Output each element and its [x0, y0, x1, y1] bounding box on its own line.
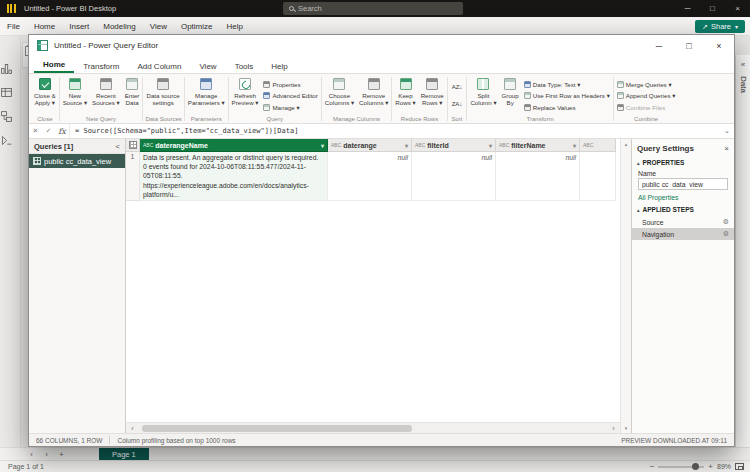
pq-close-button[interactable]: ×	[704, 35, 734, 56]
close-button[interactable]: ×	[725, 0, 750, 17]
expand-pane-icon[interactable]: «	[741, 60, 745, 69]
menu-optimize[interactable]: Optimize	[174, 17, 220, 35]
filter-icon[interactable]: ▾	[573, 142, 576, 149]
zoom-level[interactable]: 89%	[717, 463, 731, 470]
scrollbar-thumb[interactable]	[142, 425, 412, 432]
select-all-corner[interactable]	[126, 139, 140, 152]
search-input[interactable]	[298, 4, 457, 13]
replace-values-button[interactable]: Replace Values	[524, 104, 610, 111]
tab-help[interactable]: Help	[262, 59, 296, 73]
page-tab-active[interactable]: Page 1	[99, 448, 149, 460]
applied-steps-section-header[interactable]: ▴ APPLIED STEPS	[632, 203, 734, 215]
formula-input[interactable]: = Source([Schema="public",Item="cc_data_…	[69, 124, 720, 138]
collapse-queries-panel-icon[interactable]: <	[116, 142, 120, 151]
scroll-right-icon[interactable]: ›	[607, 425, 620, 432]
horizontal-scrollbar[interactable]: ‹ ›	[126, 422, 620, 433]
global-search-box[interactable]	[283, 2, 463, 15]
menu-home[interactable]: Home	[27, 17, 62, 35]
close-icon[interactable]: ×	[724, 144, 729, 153]
properties-button[interactable]: Properties	[263, 81, 317, 88]
tab-home[interactable]: Home	[34, 57, 74, 73]
group-by-button[interactable]: Group By	[500, 75, 521, 116]
step-source[interactable]: Source ⚙	[632, 216, 734, 228]
data-source-settings-button[interactable]: Data source settings	[144, 75, 181, 116]
query-list-item-selected[interactable]: public cc_data_view	[29, 154, 125, 168]
sort-descending-button[interactable]: ZA↓	[449, 100, 466, 108]
append-queries-button[interactable]: Append Queries ▾	[617, 92, 676, 99]
column-header-daterange[interactable]: ABC daterange ▾	[328, 139, 412, 152]
add-page-button[interactable]: +	[54, 448, 69, 460]
scroll-down-icon[interactable]: ▾	[625, 425, 628, 431]
cell-filterName[interactable]: null	[496, 152, 580, 201]
minimize-button[interactable]: ─	[675, 0, 700, 17]
merge-queries-button[interactable]: Merge Queries ▾	[617, 81, 676, 88]
share-button[interactable]: ↗ Share ▾	[695, 20, 745, 33]
report-view-icon[interactable]	[0, 62, 20, 75]
keep-rows-button[interactable]: Keep Rows ▾	[393, 75, 417, 116]
remove-columns-button[interactable]: Remove Columns ▾	[357, 75, 390, 116]
table-view-icon[interactable]	[0, 86, 20, 99]
column-profiling-status[interactable]: Column profiling based on top 1000 rows	[117, 437, 235, 444]
commit-formula-icon[interactable]: ✓	[42, 127, 55, 135]
scrollbar-track[interactable]	[140, 425, 606, 432]
use-first-row-as-headers-button[interactable]: Use First Row as Headers ▾	[524, 92, 610, 99]
new-source-button[interactable]: New Source ▾	[61, 75, 89, 116]
manage-button[interactable]: Manage ▾	[263, 104, 317, 111]
query-name-input[interactable]	[638, 178, 728, 190]
zoom-out-button[interactable]: −	[650, 462, 655, 471]
column-header-daterangeName[interactable]: ABC daterangeName ▾	[140, 139, 328, 152]
tab-add-column[interactable]: Add Column	[128, 59, 190, 73]
menu-file[interactable]: File	[0, 17, 27, 35]
menu-modeling[interactable]: Modeling	[96, 17, 142, 35]
all-properties-link[interactable]: All Properties	[632, 190, 734, 203]
menu-help[interactable]: Help	[219, 17, 249, 35]
fit-to-page-icon[interactable]	[735, 463, 744, 470]
sort-ascending-button[interactable]: AZ↓	[449, 83, 466, 91]
pq-minimize-button[interactable]: ─	[644, 35, 674, 56]
pq-titlebar[interactable]: Untitled - Power Query Editor ─ □ ×	[29, 35, 734, 56]
tab-tools[interactable]: Tools	[226, 59, 263, 73]
cell-partial[interactable]	[580, 152, 616, 201]
scroll-up-icon[interactable]: ▴	[625, 141, 628, 147]
prev-page-button[interactable]: ‹	[24, 448, 39, 460]
expand-formula-bar-icon[interactable]: ⌄	[720, 127, 734, 135]
tab-transform[interactable]: Transform	[74, 59, 128, 73]
cell-daterangeName[interactable]: Data is present. An aggregate or distinc…	[140, 152, 328, 201]
dax-query-view-icon[interactable]	[0, 134, 20, 147]
remove-rows-button[interactable]: Remove Rows ▾	[419, 75, 446, 116]
cell-filterId[interactable]: null	[412, 152, 496, 201]
row-number[interactable]: 1	[126, 152, 140, 201]
filter-icon[interactable]: ▾	[405, 142, 408, 149]
column-header-filterId[interactable]: ABC filterId ▾	[412, 139, 496, 152]
next-page-button[interactable]: ›	[39, 448, 54, 460]
zoom-slider-thumb[interactable]	[692, 463, 699, 470]
gear-icon[interactable]: ⚙	[723, 218, 729, 226]
menu-view[interactable]: View	[143, 17, 174, 35]
manage-parameters-button[interactable]: Manage Parameters ▾	[186, 75, 227, 116]
split-column-button[interactable]: Split Column ▾	[468, 75, 498, 116]
zoom-in-button[interactable]: +	[708, 462, 713, 471]
zoom-slider[interactable]	[658, 466, 704, 468]
gear-icon[interactable]: ⚙	[723, 230, 729, 238]
step-navigation-selected[interactable]: Navigation ⚙	[632, 228, 734, 240]
filter-icon[interactable]: ▾	[489, 142, 492, 149]
data-type-button[interactable]: Data Type: Text ▾	[524, 81, 610, 88]
pq-maximize-button[interactable]: □	[674, 35, 704, 56]
scroll-left-icon[interactable]: ‹	[126, 425, 139, 432]
model-view-icon[interactable]	[0, 110, 20, 123]
menu-insert[interactable]: Insert	[62, 17, 96, 35]
maximize-button[interactable]: □	[700, 0, 725, 17]
enter-data-button[interactable]: Enter Data	[123, 75, 142, 116]
vertical-scrollbar[interactable]: ▴ ▾	[620, 139, 631, 433]
close-and-apply-button[interactable]: Close & Apply ▾	[32, 75, 58, 116]
advanced-editor-button[interactable]: Advanced Editor	[263, 92, 317, 99]
cell-daterange[interactable]: null	[328, 152, 412, 201]
column-header-filterName[interactable]: ABC filterName ▾	[496, 139, 580, 152]
data-pane-collapsed[interactable]: « Data	[735, 55, 750, 447]
recent-sources-button[interactable]: Recent Sources ▾	[90, 75, 122, 116]
choose-columns-button[interactable]: Choose Columns ▾	[323, 75, 356, 116]
properties-section-header[interactable]: ▴ PROPERTIES	[632, 156, 734, 168]
refresh-preview-button[interactable]: Refresh Preview ▾	[230, 75, 261, 116]
cancel-formula-icon[interactable]: ✕	[29, 127, 42, 135]
filter-icon[interactable]: ▾	[321, 142, 324, 149]
